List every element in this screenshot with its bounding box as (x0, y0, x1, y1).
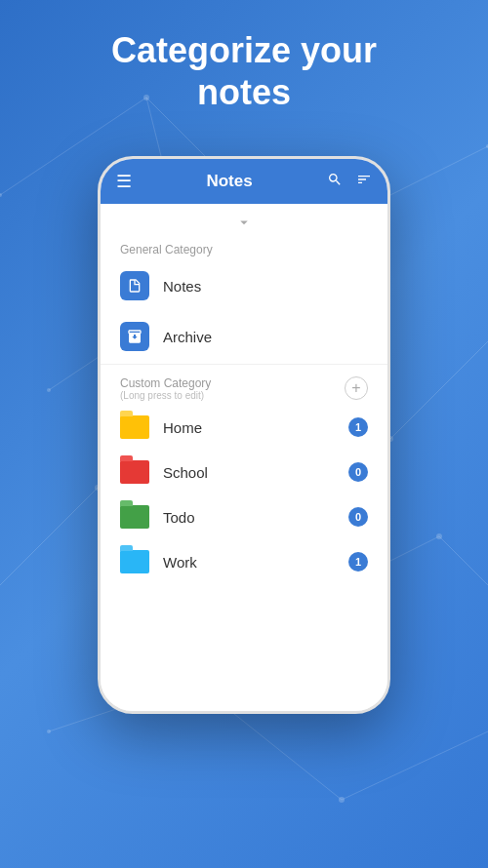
general-category-label: General Category (101, 237, 387, 260)
home-label: Home (163, 419, 335, 436)
search-icon[interactable] (327, 172, 343, 191)
todo-label: Todo (163, 509, 335, 526)
menu-icon[interactable]: ☰ (116, 171, 132, 192)
notes-icon (120, 271, 149, 300)
custom-category-label: Custom Category (120, 376, 211, 390)
custom-category-header: Custom Category (Long press to edit) + (101, 367, 387, 405)
app-content: General Category Notes Archive (101, 204, 387, 711)
svg-line-6 (0, 488, 98, 585)
todo-list-item[interactable]: Todo 0 (101, 494, 387, 539)
notes-list-item[interactable]: Notes (101, 260, 387, 311)
app-toolbar: ☰ Notes (101, 159, 387, 204)
archive-icon (120, 322, 149, 351)
hero-line1: Categorize your (111, 30, 377, 70)
filter-icon[interactable] (356, 172, 372, 191)
custom-section-text: Custom Category (Long press to edit) (120, 376, 211, 401)
divider-1 (101, 364, 387, 365)
todo-badge: 0 (348, 507, 368, 527)
svg-point-25 (47, 388, 51, 392)
school-label: School (163, 464, 335, 481)
hero-line2: notes (197, 72, 291, 112)
app-title: Notes (206, 172, 252, 191)
svg-line-12 (342, 731, 488, 800)
home-folder-icon (120, 415, 149, 439)
school-list-item[interactable]: School 0 (101, 450, 387, 494)
work-badge: 1 (348, 552, 368, 572)
school-badge: 0 (348, 462, 368, 482)
hero-heading: Categorize your notes (0, 29, 488, 113)
todo-folder-icon (120, 505, 149, 529)
svg-line-9 (439, 536, 488, 585)
phone-mockup: ☰ Notes (98, 156, 390, 714)
archive-label: Archive (163, 329, 368, 345)
home-list-item[interactable]: Home 1 (101, 405, 387, 450)
work-folder-icon (120, 550, 149, 573)
school-folder-icon (120, 460, 149, 484)
phone-frame: ☰ Notes (98, 156, 390, 714)
add-category-button[interactable]: + (345, 376, 368, 400)
svg-point-24 (339, 797, 345, 803)
toolbar-icons (327, 172, 372, 191)
dropdown-chevron[interactable] (101, 204, 387, 237)
notes-label: Notes (163, 278, 368, 295)
home-badge: 1 (348, 417, 368, 437)
work-list-item[interactable]: Work 1 (101, 539, 387, 584)
svg-point-28 (47, 730, 51, 733)
svg-line-5 (390, 341, 488, 439)
archive-list-item[interactable]: Archive (101, 311, 387, 362)
work-label: Work (163, 554, 335, 571)
svg-point-22 (436, 533, 442, 539)
custom-category-sublabel: (Long press to edit) (120, 390, 211, 401)
